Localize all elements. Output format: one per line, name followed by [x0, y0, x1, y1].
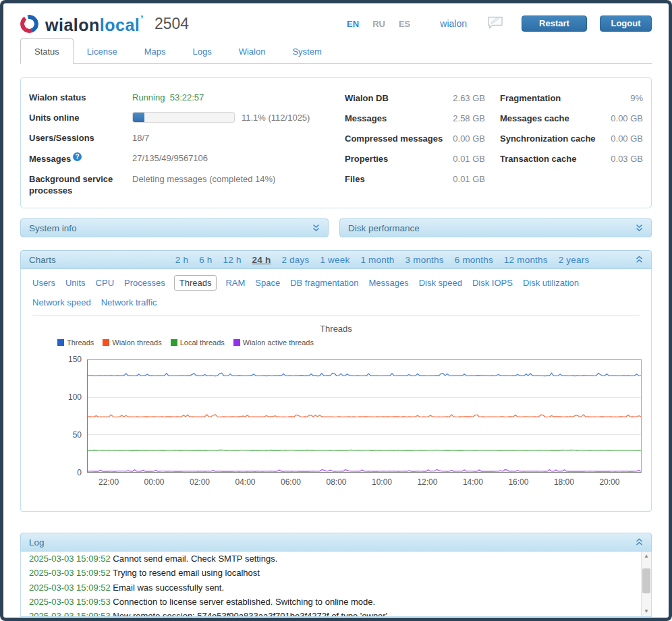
collapse-log-icon[interactable] — [636, 538, 643, 546]
chart-type-tab[interactable]: Processes — [124, 276, 165, 290]
x-tick-label: 20:00 — [599, 477, 619, 487]
logo-primary: wialon — [45, 16, 100, 34]
chart-type-tab[interactable]: CPU — [96, 276, 114, 290]
feedback-chat-icon[interactable] — [487, 16, 504, 32]
time-range-link[interactable]: 3 months — [405, 255, 444, 265]
charts-panel-header: Charts 2 h6 h12 h24 h2 days1 week1 month… — [20, 250, 652, 269]
legend-label: Wialon active threads — [243, 338, 314, 347]
log-timestamp: 2025-03-03 15:09:53 — [29, 597, 111, 607]
main-tab[interactable]: System — [279, 39, 335, 63]
legend-label: Wialon threads — [112, 338, 161, 347]
units-online-value: 11.1% (112/1025) — [242, 112, 310, 123]
chart-type-tabs: UsersUnitsCPUProcessesThreadsRAMSpaceDB … — [32, 276, 640, 316]
chart-type-tab[interactable]: Disk IOPS — [472, 276, 513, 290]
log-timestamp: 2025-03-03 15:09:52 — [29, 554, 111, 564]
chart-plot-area: 050100150 22:0000:0002:0004:0006:0008:00… — [87, 359, 642, 473]
scroll-down-arrow[interactable]: ▼ — [642, 607, 651, 616]
status-cache-column: Fragmentation 9% Messages cache 0.00 GB … — [500, 83, 643, 201]
log-timestamp: 2025-03-03 15:09:52 — [29, 568, 111, 578]
chart-type-tab[interactable]: DB fragmentation — [290, 276, 358, 290]
charts-title: Charts — [29, 255, 56, 265]
chart-type-tab[interactable]: Network speed — [32, 295, 91, 309]
legend-swatch — [233, 339, 240, 346]
chart-type-tab[interactable]: Space — [255, 276, 280, 290]
main-tab[interactable]: Wialon — [225, 39, 279, 63]
user-account-link[interactable]: wialon — [440, 18, 467, 29]
main-tab[interactable]: Maps — [131, 39, 179, 63]
time-range-link[interactable]: 6 h — [199, 255, 212, 265]
main-tab[interactable]: Logs — [179, 39, 225, 63]
chart-type-tab[interactable]: Network traffic — [101, 295, 157, 309]
header-right: ENRUES wialon Restart Logout — [347, 16, 652, 32]
system-info-title: System info — [29, 223, 77, 233]
legend-item: Wialon threads — [103, 338, 161, 347]
time-range-link[interactable]: 2 h — [175, 255, 188, 265]
time-range-link[interactable]: 2 years — [559, 255, 590, 265]
log-entry: 2025-03-03 15:09:52 Email was successful… — [29, 581, 635, 595]
chart-type-tab[interactable]: Threads — [174, 275, 217, 291]
legend-label: Local threads — [180, 338, 225, 347]
chart-type-tab[interactable]: RAM — [225, 276, 245, 290]
chart-type-tab[interactable]: Units — [65, 276, 86, 290]
main-tab[interactable]: Status — [20, 38, 74, 64]
time-range-link[interactable]: 6 months — [455, 255, 493, 265]
background-processes-label: Background service processes — [29, 173, 132, 196]
expand-disk-performance-icon[interactable] — [636, 224, 643, 232]
restart-button[interactable]: Restart — [522, 16, 587, 32]
status-db-column: Wialon DB 2.63 GB Messages 2.58 GB Compr… — [345, 83, 485, 201]
log-message: Cannot send email. Check SMTP settings. — [113, 554, 277, 564]
y-tick-label: 50 — [55, 430, 82, 440]
legend-swatch — [103, 339, 109, 346]
scroll-up-arrow[interactable]: ▲ — [642, 552, 651, 561]
logout-button[interactable]: Logout — [600, 16, 652, 32]
expand-system-info-icon[interactable] — [312, 224, 320, 232]
x-tick-label: 06:00 — [281, 477, 301, 487]
legend-item: Threads — [57, 338, 94, 347]
time-range-link[interactable]: 1 week — [320, 255, 349, 265]
legend-item: Local threads — [171, 338, 225, 347]
db-row: Compressed messages 0.00 GB — [345, 134, 485, 144]
log-entry: 2025-03-03 15:09:52 Trying to resend ema… — [29, 566, 635, 580]
users-sessions-value: 18/7 — [132, 132, 149, 144]
y-tick-label: 0 — [55, 468, 82, 477]
chart-type-tab[interactable]: Users — [32, 276, 55, 290]
chart-type-tab[interactable]: Messages — [368, 276, 408, 290]
x-tick-label: 10:00 — [372, 477, 392, 487]
db-row: Messages 2.58 GB — [345, 113, 485, 123]
log-message: Trying to resend email using localhost — [113, 568, 260, 578]
language-link[interactable]: RU — [372, 19, 385, 29]
logo-wordmark: wialonlocalʼ — [45, 13, 144, 35]
main-tab[interactable]: License — [74, 39, 131, 63]
time-range-link[interactable]: 2 days — [281, 255, 309, 265]
log-timestamp: 2025-03-03 15:09:52 — [29, 583, 111, 593]
collapse-charts-icon[interactable] — [636, 256, 643, 264]
users-sessions-label: Users/Sessions — [29, 132, 132, 144]
time-range-link[interactable]: 12 h — [223, 255, 242, 265]
disk-performance-panel-header[interactable]: Disk performance — [339, 218, 652, 237]
plot-frame — [87, 359, 642, 473]
charts-panel: Charts 2 h6 h12 h24 h2 days1 week1 month… — [20, 250, 652, 512]
scrollbar-thumb[interactable] — [642, 568, 650, 593]
app-window: wialonlocalʼ 2504 ENRUES wialon Restart … — [0, 0, 672, 621]
language-switch: ENRUES — [347, 18, 424, 30]
time-range-link[interactable]: 24 h — [252, 255, 271, 265]
log-scrollbar[interactable]: ▲ ▼ — [641, 552, 651, 616]
log-message: Connection to license server established… — [113, 597, 375, 607]
language-link[interactable]: EN — [347, 19, 359, 29]
cache-row: Messages cache 0.00 GB — [500, 113, 643, 123]
units-online-label: Units online — [29, 112, 132, 123]
log-body: 2025-03-03 15:09:52 Cannot send email. C… — [20, 552, 652, 617]
time-range-link[interactable]: 12 months — [504, 255, 548, 265]
time-range-link[interactable]: 1 month — [360, 255, 394, 265]
chart-type-tab[interactable]: Disk speed — [419, 276, 462, 290]
chart-type-tab[interactable]: Disk utilization — [523, 276, 579, 290]
system-info-panel-header[interactable]: System info — [20, 218, 329, 237]
db-row: Properties 0.01 GB — [345, 154, 485, 164]
messages-help-icon[interactable]: ? — [73, 152, 82, 161]
x-tick-label: 16:00 — [508, 477, 528, 487]
cache-row: Fragmentation 9% — [500, 93, 643, 103]
language-link[interactable]: ES — [399, 19, 410, 29]
x-tick-label: 14:00 — [463, 477, 483, 487]
chart-legend: Threads Wialon threads Local threads — [57, 338, 640, 347]
header: wialonlocalʼ 2504 ENRUES wialon Restart … — [20, 3, 652, 37]
